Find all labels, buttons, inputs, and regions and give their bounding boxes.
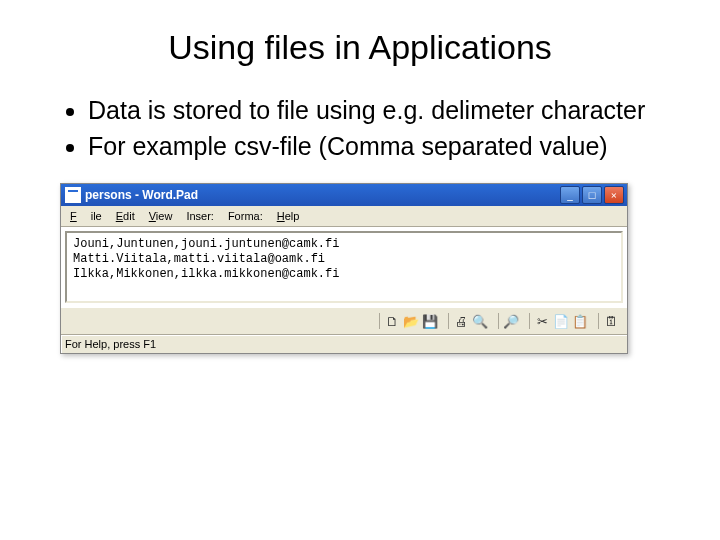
document-area[interactable]: Jouni,Juntunen,jouni.juntunen@camk.fi Ma… xyxy=(65,231,623,303)
app-icon xyxy=(65,187,81,203)
bullet-item: Data is stored to file using e.g. delime… xyxy=(88,95,672,125)
menu-format[interactable]: Forma: xyxy=(221,208,270,224)
menu-file[interactable]: FFileile xyxy=(63,208,109,224)
menu-bar: FFileile Edit View Inser: Forma: Help xyxy=(61,206,627,227)
maximize-button[interactable]: □ xyxy=(582,186,602,204)
minimize-button[interactable]: _ xyxy=(560,186,580,204)
cut-icon[interactable]: ✂ xyxy=(534,313,550,329)
menu-edit[interactable]: Edit xyxy=(109,208,142,224)
paste-icon[interactable]: 📋 xyxy=(572,313,588,329)
save-icon[interactable]: 💾 xyxy=(422,313,438,329)
window-title: persons - Word.Pad xyxy=(85,188,560,202)
open-icon[interactable]: 📂 xyxy=(403,313,419,329)
find-icon[interactable]: 🔎 xyxy=(503,313,519,329)
toolbar: 🗋 📂 💾 🖨 🔍 🔎 ✂ 📄 📋 🗓 xyxy=(61,307,627,334)
text-line: Ilkka,Mikkonen,ilkka.mikkonen@camk.fi xyxy=(73,267,615,282)
preview-icon[interactable]: 🔍 xyxy=(472,313,488,329)
bullet-item: For example csv-file (Comma separated va… xyxy=(88,131,672,161)
print-icon[interactable]: 🖨 xyxy=(453,313,469,329)
text-line: Matti.Viitala,matti.viitala@oamk.fi xyxy=(73,252,615,267)
menu-insert[interactable]: Inser: xyxy=(179,208,221,224)
wordpad-window: persons - Word.Pad _ □ × FFileile Edit V… xyxy=(60,183,628,354)
text-line: Jouni,Juntunen,jouni.juntunen@camk.fi xyxy=(73,237,615,252)
status-bar: For Help, press F1 xyxy=(61,334,627,353)
date-icon[interactable]: 🗓 xyxy=(603,313,619,329)
title-bar[interactable]: persons - Word.Pad _ □ × xyxy=(61,184,627,206)
copy-icon[interactable]: 📄 xyxy=(553,313,569,329)
bullet-list: Data is stored to file using e.g. delime… xyxy=(48,95,672,161)
slide-title: Using files in Applications xyxy=(0,0,720,67)
new-icon[interactable]: 🗋 xyxy=(384,313,400,329)
menu-view[interactable]: View xyxy=(142,208,180,224)
close-button[interactable]: × xyxy=(604,186,624,204)
menu-help[interactable]: Help xyxy=(270,208,307,224)
